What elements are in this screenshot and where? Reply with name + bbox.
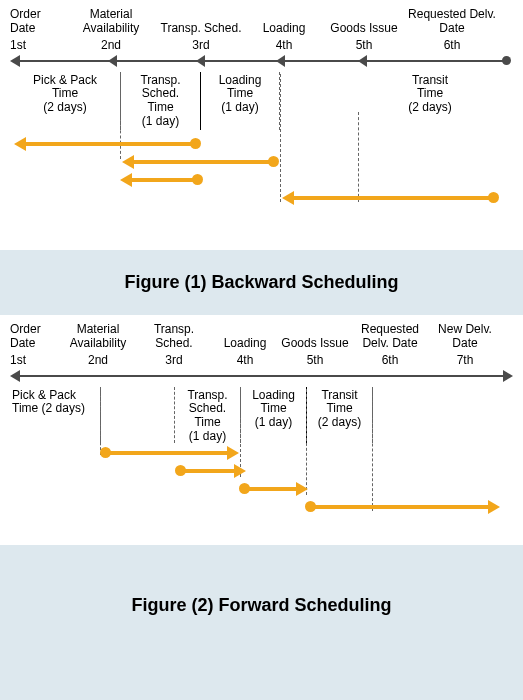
fig2-hdr-order-date: Order Date: [10, 323, 58, 351]
timeline-mid-arrow-4: [276, 55, 285, 67]
fig1-div-1: [120, 74, 121, 159]
fig1-arrows: [10, 132, 513, 212]
fig2-ordinals: 1st 2nd 3rd 4th 5th 6th 7th: [10, 353, 513, 367]
arrow-origin-dot-icon: [192, 174, 203, 185]
fig2-arrows: [10, 445, 513, 525]
fig1-hdr-req-delv: Requested Delv. Date: [404, 8, 500, 36]
fig2-div-1: [100, 389, 101, 455]
fig1-arrow-pickpack: [24, 142, 196, 146]
fig2-seg-transit: TransitTime(2 days): [306, 387, 372, 443]
fig2-hdr-goods-issue: Goods Issue: [280, 337, 350, 351]
fig2-header-row: Order Date Material Availability Transp.…: [10, 323, 513, 351]
figure-2-caption: Figure (2) Forward Scheduling: [0, 545, 523, 638]
timeline-arrow-right: [503, 370, 513, 382]
arrow-head-right-icon: [296, 482, 308, 496]
fig1-ord-3: 3rd: [158, 38, 244, 52]
fig2-hdr-loading: Loading: [210, 337, 280, 351]
fig1-hdr-mat-avail: Material Availability: [64, 8, 158, 36]
fig1-hdr-goods-issue: Goods Issue: [324, 22, 404, 36]
timeline-mid-arrow-2: [108, 55, 117, 67]
fig2-ord-6: 6th: [350, 353, 430, 367]
timeline-mid-arrow-3: [196, 55, 205, 67]
arrow-origin-dot-icon: [268, 156, 279, 167]
fig1-seg-pickpack: Pick & PackTime(2 days): [10, 72, 120, 130]
fig1-arrow-tsched: [130, 178, 198, 182]
arrow-origin-dot-icon: [305, 501, 316, 512]
fig1-hdr-loading: Loading: [244, 22, 324, 36]
fig1-div-3: [280, 74, 281, 202]
fig2-seg-pickpack: Pick & PackTime (2 days): [10, 387, 100, 443]
timeline-line: [14, 60, 509, 62]
fig1-timeline: [10, 54, 513, 68]
fig1-ordinals: 1st 2nd 3rd 4th 5th 6th: [10, 38, 513, 52]
arrow-origin-dot-icon: [488, 192, 499, 203]
fig2-div-4: [306, 389, 307, 495]
fig2-hdr-req-delv: Requested Delv. Date: [350, 323, 430, 351]
fig1-seg-transit: TransitTime(2 days): [360, 72, 500, 130]
fig2-seg-loading: LoadingTime(1 day): [240, 387, 306, 443]
fig1-header-row: Order Date Material Availability Transp.…: [10, 8, 513, 36]
fig2-ord-5: 5th: [280, 353, 350, 367]
fig1-seg-tsched: Transp.Sched.Time(1 day): [120, 72, 200, 130]
arrow-head-right-icon: [234, 464, 246, 478]
timeline-arrow-left: [10, 370, 20, 382]
fig1-ord-2: 2nd: [64, 38, 158, 52]
fig2-ord-2: 2nd: [58, 353, 138, 367]
fig2-hdr-transp-sched: Transp. Sched.: [138, 323, 210, 351]
arrow-head-left-icon: [14, 137, 26, 151]
fig2-hdr-mat-avail: Material Availability: [58, 323, 138, 351]
fig1-seg-gap: [280, 72, 360, 130]
fig2-ord-1: 1st: [10, 353, 58, 367]
fig1-div-4: [358, 112, 359, 202]
fig2-ord-3: 3rd: [138, 353, 210, 367]
fig1-ord-1: 1st: [10, 38, 64, 52]
arrow-origin-dot-icon: [239, 483, 250, 494]
fig1-arrow-transit: [292, 196, 494, 200]
figure-2-panel: Order Date Material Availability Transp.…: [0, 315, 523, 545]
fig2-arrow-pickpack: [105, 451, 229, 455]
arrow-origin-dot-icon: [175, 465, 186, 476]
fig2-timeline: [10, 369, 513, 383]
fig2-ord-7: 7th: [430, 353, 500, 367]
timeline-line: [14, 375, 509, 377]
fig2-hdr-new-delv: New Delv. Date: [430, 323, 500, 351]
arrow-head-left-icon: [120, 173, 132, 187]
fig2-arrow-transit: [310, 505, 490, 509]
arrow-origin-dot-icon: [190, 138, 201, 149]
timeline-mid-arrow-5: [358, 55, 367, 67]
fig2-div-5: [372, 389, 373, 511]
fig2-seg-gap1: [100, 387, 174, 443]
fig2-segments: Pick & PackTime (2 days) Transp.Sched.Ti…: [10, 387, 513, 443]
arrow-head-left-icon: [282, 191, 294, 205]
fig2-arrow-loading: [244, 487, 298, 491]
arrow-head-left-icon: [122, 155, 134, 169]
fig2-ord-4: 4th: [210, 353, 280, 367]
timeline-arrow-left: [10, 55, 20, 67]
fig1-arrow-loading: [132, 160, 274, 164]
figure-1-caption: Figure (1) Backward Scheduling: [0, 250, 523, 315]
fig1-seg-loading: LoadingTime(1 day): [200, 72, 280, 130]
fig2-arrow-tsched: [180, 469, 236, 473]
arrow-head-right-icon: [227, 446, 239, 460]
arrow-origin-dot-icon: [100, 447, 111, 458]
timeline-end-dot: [502, 56, 511, 65]
arrow-head-right-icon: [488, 500, 500, 514]
fig2-seg-gap2: [372, 387, 382, 443]
fig1-hdr-order-date: Order Date: [10, 8, 64, 36]
fig2-seg-tsched: Transp.Sched.Time(1 day): [174, 387, 240, 443]
figure-1-panel: Order Date Material Availability Transp.…: [0, 0, 523, 250]
fig1-ord-6: 6th: [404, 38, 500, 52]
fig1-segments: Pick & PackTime(2 days) Transp.Sched.Tim…: [10, 72, 513, 130]
fig1-ord-4: 4th: [244, 38, 324, 52]
fig1-ord-5: 5th: [324, 38, 404, 52]
fig1-hdr-transp-sched: Transp. Sched.: [158, 22, 244, 36]
